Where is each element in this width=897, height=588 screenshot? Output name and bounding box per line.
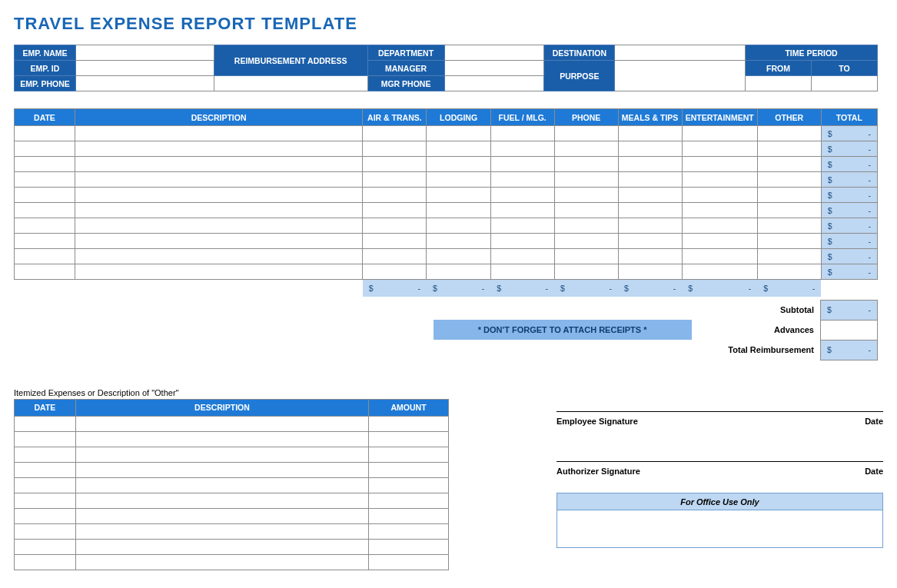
- itemized-cell[interactable]: [15, 523, 76, 539]
- expense-cell[interactable]: [75, 264, 362, 280]
- expense-cell[interactable]: [75, 126, 362, 141]
- itemized-cell[interactable]: [369, 416, 449, 431]
- expense-cell[interactable]: [75, 203, 362, 218]
- expense-cell[interactable]: [490, 126, 554, 141]
- expense-cell[interactable]: [554, 141, 618, 157]
- expense-cell[interactable]: [554, 157, 618, 172]
- expense-cell[interactable]: [363, 126, 427, 141]
- purpose-input[interactable]: [615, 61, 746, 91]
- authorizer-signature-line[interactable]: Authorizer Signature Date: [556, 461, 883, 476]
- expense-cell[interactable]: [554, 172, 618, 188]
- expense-cell[interactable]: [363, 188, 427, 203]
- itemized-cell[interactable]: [75, 416, 368, 431]
- to-input[interactable]: [812, 76, 878, 91]
- expense-cell[interactable]: [618, 234, 682, 249]
- expense-cell[interactable]: [15, 188, 75, 203]
- expense-cell[interactable]: [15, 264, 75, 280]
- expense-cell[interactable]: [75, 218, 362, 234]
- expense-cell[interactable]: [490, 264, 554, 280]
- expense-cell[interactable]: [618, 141, 682, 157]
- expense-cell[interactable]: [682, 264, 757, 280]
- expense-cell[interactable]: [682, 172, 757, 188]
- itemized-cell[interactable]: [369, 462, 449, 477]
- expense-cell[interactable]: [427, 218, 490, 234]
- expense-cell[interactable]: [618, 249, 682, 264]
- expense-cell[interactable]: [757, 188, 821, 203]
- expense-cell[interactable]: [757, 218, 821, 234]
- expense-cell[interactable]: [554, 203, 618, 218]
- expense-cell[interactable]: [75, 172, 362, 188]
- expense-cell[interactable]: [363, 203, 427, 218]
- itemized-cell[interactable]: [15, 554, 76, 570]
- expense-cell[interactable]: [15, 203, 75, 218]
- expense-cell[interactable]: [75, 188, 362, 203]
- itemized-cell[interactable]: [75, 539, 368, 554]
- expense-cell[interactable]: [75, 141, 362, 157]
- reimb-addr-input[interactable]: [214, 76, 367, 91]
- itemized-cell[interactable]: [369, 431, 449, 447]
- itemized-cell[interactable]: [369, 523, 449, 539]
- itemized-cell[interactable]: [369, 554, 449, 570]
- emp-id-input[interactable]: [75, 61, 214, 76]
- expense-cell[interactable]: [363, 172, 427, 188]
- office-use-area[interactable]: [557, 510, 882, 547]
- expense-cell[interactable]: [363, 141, 427, 157]
- expense-cell[interactable]: [75, 157, 362, 172]
- expense-cell[interactable]: [15, 141, 75, 157]
- itemized-cell[interactable]: [369, 539, 449, 554]
- expense-cell[interactable]: [490, 141, 554, 157]
- emp-name-input[interactable]: [75, 45, 214, 61]
- expense-cell[interactable]: [75, 249, 362, 264]
- expense-cell[interactable]: [363, 218, 427, 234]
- expense-cell[interactable]: [363, 234, 427, 249]
- from-input[interactable]: [746, 76, 812, 91]
- expense-cell[interactable]: [554, 264, 618, 280]
- expense-cell[interactable]: [618, 172, 682, 188]
- expense-cell[interactable]: [757, 249, 821, 264]
- itemized-cell[interactable]: [369, 477, 449, 493]
- expense-cell[interactable]: [757, 172, 821, 188]
- expense-cell[interactable]: [757, 234, 821, 249]
- expense-cell[interactable]: [682, 141, 757, 157]
- itemized-cell[interactable]: [75, 554, 368, 570]
- expense-cell[interactable]: [363, 249, 427, 264]
- advances-value[interactable]: [821, 320, 878, 340]
- expense-cell[interactable]: [427, 157, 490, 172]
- expense-cell[interactable]: [757, 157, 821, 172]
- itemized-cell[interactable]: [75, 447, 368, 462]
- itemized-cell[interactable]: [15, 447, 76, 462]
- itemized-cell[interactable]: [15, 493, 76, 508]
- expense-cell[interactable]: [682, 249, 757, 264]
- expense-cell[interactable]: [682, 126, 757, 141]
- itemized-cell[interactable]: [15, 508, 76, 523]
- expense-cell[interactable]: [618, 126, 682, 141]
- expense-cell[interactable]: [490, 218, 554, 234]
- itemized-cell[interactable]: [75, 523, 368, 539]
- dept-input[interactable]: [444, 45, 544, 61]
- expense-cell[interactable]: [15, 157, 75, 172]
- expense-cell[interactable]: [427, 141, 490, 157]
- expense-cell[interactable]: [682, 157, 757, 172]
- expense-cell[interactable]: [427, 172, 490, 188]
- expense-cell[interactable]: [427, 126, 490, 141]
- expense-cell[interactable]: [490, 172, 554, 188]
- expense-cell[interactable]: [15, 126, 75, 141]
- itemized-cell[interactable]: [15, 431, 76, 447]
- expense-cell[interactable]: [427, 234, 490, 249]
- itemized-cell[interactable]: [75, 508, 368, 523]
- expense-cell[interactable]: [682, 203, 757, 218]
- expense-cell[interactable]: [427, 203, 490, 218]
- itemized-cell[interactable]: [75, 462, 368, 477]
- itemized-cell[interactable]: [15, 416, 76, 431]
- expense-cell[interactable]: [757, 141, 821, 157]
- expense-cell[interactable]: [75, 234, 362, 249]
- destination-input[interactable]: [615, 45, 746, 61]
- expense-cell[interactable]: [618, 218, 682, 234]
- itemized-cell[interactable]: [15, 539, 76, 554]
- expense-cell[interactable]: [490, 157, 554, 172]
- itemized-cell[interactable]: [369, 508, 449, 523]
- expense-cell[interactable]: [618, 157, 682, 172]
- expense-cell[interactable]: [15, 218, 75, 234]
- expense-cell[interactable]: [618, 264, 682, 280]
- expense-cell[interactable]: [554, 249, 618, 264]
